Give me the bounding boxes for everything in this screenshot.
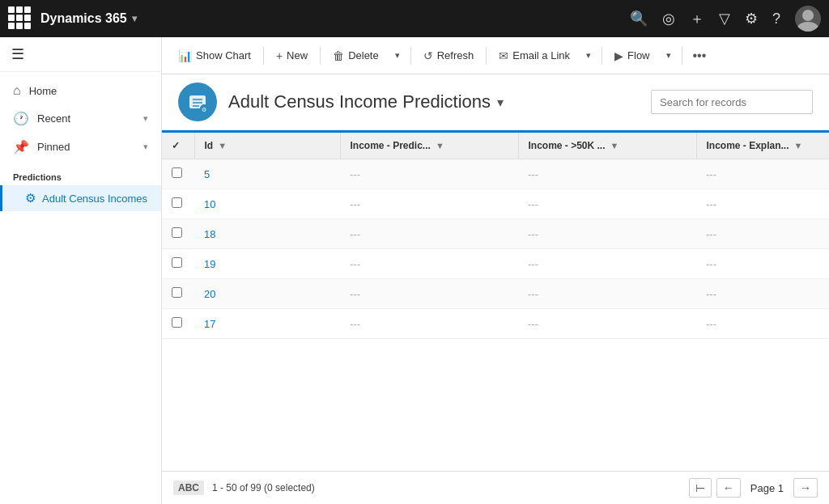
row-prob-1: --- — [518, 189, 696, 219]
sidebar-item-home[interactable]: ⌂ Home — [0, 77, 161, 104]
home-icon: ⌂ — [13, 83, 21, 98]
filter-icon[interactable]: ▽ — [719, 10, 730, 28]
row-pred-3: --- — [340, 249, 518, 279]
email-icon: ✉ — [499, 49, 508, 62]
pinned-chevron: ▾ — [143, 142, 148, 152]
sidebar-section-predictions: Predictions — [0, 161, 161, 185]
svg-point-0 — [802, 10, 814, 21]
row-expl-5: --- — [696, 309, 829, 339]
more-options-button[interactable]: ••• — [687, 44, 713, 67]
row-check-1[interactable] — [162, 189, 194, 219]
settings-icon[interactable]: ⚙ — [745, 10, 758, 28]
row-checkbox-1[interactable] — [172, 197, 182, 208]
main-content: 📊 Show Chart + New 🗑 Delete ▾ ↺ Refresh … — [162, 37, 829, 504]
flow-button[interactable]: ▶ Flow — [606, 45, 657, 66]
row-id-5[interactable]: 17 — [194, 309, 340, 339]
sidebar-item-pinned[interactable]: 📌 Pinned ▾ — [0, 133, 161, 161]
table-row: 17 --- --- --- — [162, 309, 829, 339]
check-all[interactable]: ✓ — [172, 140, 180, 151]
data-table: ✓ Id ▼ Income - Predic... — [162, 130, 829, 339]
row-pred-5: --- — [340, 309, 518, 339]
row-expl-1: --- — [696, 189, 829, 219]
email-link-button[interactable]: ✉ Email a Link — [491, 45, 578, 66]
th-expl-label: Income - Explan... — [707, 140, 789, 151]
hamburger-icon[interactable]: ☰ — [11, 45, 24, 63]
search-input[interactable] — [652, 91, 804, 113]
waffle-menu[interactable] — [8, 6, 32, 31]
page-title-text: Adult Census Income Predictions — [228, 91, 491, 112]
row-expl-3: --- — [696, 249, 829, 279]
delete-dropdown[interactable]: ▾ — [389, 44, 406, 68]
refresh-label: Refresh — [437, 49, 474, 61]
row-check-5[interactable] — [162, 309, 194, 339]
email-link-label: Email a Link — [512, 49, 570, 61]
app-title-chevron[interactable]: ▾ — [132, 13, 137, 24]
row-checkbox-4[interactable] — [172, 287, 182, 298]
flow-label: Flow — [627, 49, 649, 61]
table-row: 5 --- --- --- — [162, 159, 829, 189]
row-checkbox-2[interactable] — [172, 227, 182, 238]
page-icon: ⚙ — [178, 83, 217, 121]
row-checkbox-3[interactable] — [172, 257, 182, 268]
footer-abc: ABC — [173, 481, 204, 495]
sidebar: ☰ ⌂ Home 🕐 Recent ▾ 📌 Pinned ▾ Predictio… — [0, 37, 162, 504]
id-filter-icon[interactable]: ▼ — [218, 141, 227, 150]
separator-2 — [320, 47, 321, 65]
target-icon[interactable]: ◎ — [662, 10, 675, 28]
row-id-3[interactable]: 19 — [194, 249, 340, 279]
th-pred-label: Income - Predic... — [351, 140, 431, 151]
separator-4 — [486, 47, 487, 65]
help-icon[interactable]: ? — [772, 11, 780, 28]
row-checkbox-5[interactable] — [172, 317, 182, 328]
row-id-2[interactable]: 18 — [194, 219, 340, 249]
search-box: 🔍 — [651, 90, 813, 114]
first-page-button[interactable]: ⊢ — [689, 478, 712, 498]
row-expl-4: --- — [696, 279, 829, 309]
row-check-4[interactable] — [162, 279, 194, 309]
app-title-text: Dynamics 365 — [40, 11, 127, 26]
row-id-4[interactable]: 20 — [194, 279, 340, 309]
email-dropdown[interactable]: ▾ — [580, 44, 597, 68]
delete-button[interactable]: 🗑 Delete — [325, 45, 387, 66]
row-pred-0: --- — [340, 159, 518, 189]
add-icon[interactable]: ＋ — [690, 9, 704, 28]
svg-point-1 — [797, 22, 818, 32]
census-icon: ⚙ — [25, 191, 36, 205]
new-icon: + — [276, 49, 283, 62]
row-check-0[interactable] — [162, 159, 194, 189]
layout: ☰ ⌂ Home 🕐 Recent ▾ 📌 Pinned ▾ Predictio… — [0, 37, 829, 504]
prob-filter-icon[interactable]: ▼ — [610, 141, 619, 150]
search-icon[interactable]: 🔍 — [630, 10, 648, 28]
next-page-button[interactable]: → — [793, 478, 818, 498]
flow-icon: ▶ — [614, 49, 623, 62]
title-chevron[interactable]: ▾ — [497, 95, 504, 110]
search-button[interactable]: 🔍 — [804, 91, 813, 113]
top-nav-icons: 🔍 ◎ ＋ ▽ ⚙ ? — [630, 6, 821, 32]
row-prob-0: --- — [518, 159, 696, 189]
app-title[interactable]: Dynamics 365 ▾ — [40, 11, 137, 26]
expl-filter-icon[interactable]: ▼ — [794, 141, 803, 150]
sidebar-item-recent[interactable]: 🕐 Recent ▾ — [0, 104, 161, 133]
svg-text:⚙: ⚙ — [202, 107, 206, 112]
table-row: 10 --- --- --- — [162, 189, 829, 219]
table-header-row: ✓ Id ▼ Income - Predic... — [162, 132, 829, 159]
row-expl-2: --- — [696, 219, 829, 249]
sidebar-census-label: Adult Census Incomes — [42, 193, 147, 205]
sidebar-nav: ⌂ Home 🕐 Recent ▾ 📌 Pinned ▾ Predictions… — [0, 72, 161, 504]
new-button[interactable]: + New — [268, 45, 316, 66]
row-id-1[interactable]: 10 — [194, 189, 340, 219]
pred-filter-icon[interactable]: ▼ — [436, 141, 444, 150]
refresh-button[interactable]: ↺ Refresh — [415, 45, 483, 66]
flow-dropdown[interactable]: ▾ — [660, 44, 678, 68]
row-prob-5: --- — [518, 309, 696, 339]
sidebar-item-adult-census[interactable]: ⚙ Adult Census Incomes — [0, 185, 161, 211]
prev-page-button[interactable]: ← — [716, 478, 741, 498]
content-header: ⚙ Adult Census Income Predictions ▾ 🔍 — [162, 74, 829, 130]
row-checkbox-0[interactable] — [172, 167, 182, 178]
row-check-3[interactable] — [162, 249, 194, 279]
show-chart-button[interactable]: 📊 Show Chart — [170, 45, 259, 66]
row-id-0[interactable]: 5 — [194, 159, 340, 189]
table-wrapper[interactable]: ✓ Id ▼ Income - Predic... — [162, 130, 829, 471]
row-check-2[interactable] — [162, 219, 194, 249]
avatar[interactable] — [795, 6, 821, 32]
